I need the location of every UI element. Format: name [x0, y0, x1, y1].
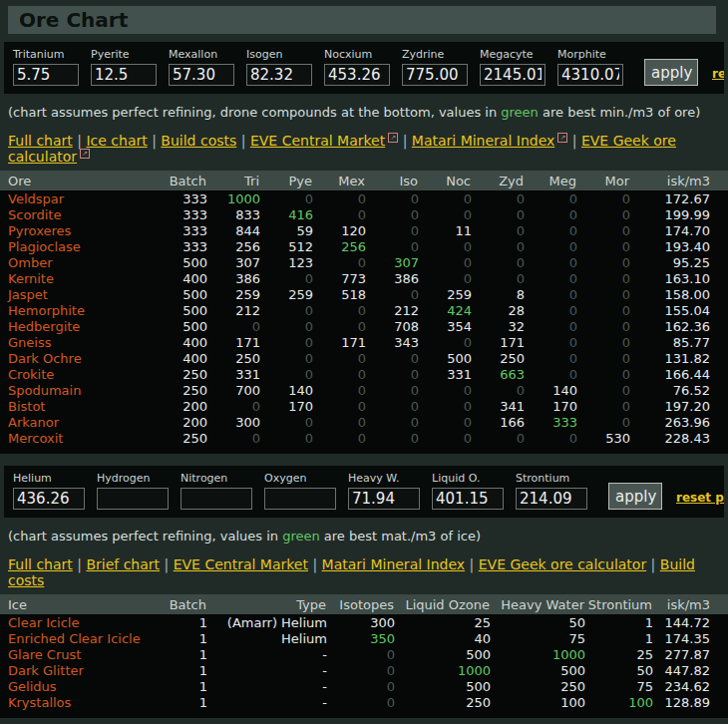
- material-value: 0: [577, 270, 630, 286]
- ice-name: Clear Icicle: [0, 614, 165, 630]
- isk-per-m3-value: 76.52: [630, 382, 728, 398]
- ice-row-glare-crust: Glare Crust1-0500100025277.87: [0, 646, 728, 662]
- ice-apply-button[interactable]: apply: [608, 483, 662, 510]
- ore-header-row: OreBatchTriPyeMexIsoNocZydMegMorisk/m3: [0, 171, 728, 190]
- ore-column-header-mex: Mex: [313, 171, 366, 190]
- ice-link-brief-chart[interactable]: Brief chart: [86, 556, 160, 572]
- ore-price-input-tritanium[interactable]: [13, 64, 79, 86]
- ice-column-header-strontium: Strontium: [585, 594, 653, 614]
- batch-value: 250: [152, 382, 207, 398]
- material-value: 0: [419, 270, 472, 286]
- link-separator: |: [465, 556, 479, 572]
- material-value: 0: [577, 286, 630, 302]
- ore-price-label-nocxium: Nocxium: [324, 48, 402, 61]
- ice-price-input-strontium[interactable]: [516, 488, 587, 510]
- ice-column-header-isotopes: Isotopes: [327, 594, 395, 614]
- ice-column-header-heavy-water: Heavy Water: [491, 594, 585, 614]
- material-value: 0: [366, 206, 419, 222]
- ice-price-panel: HeliumHydrogenNitrogenOxygenHeavy W.Liqu…: [4, 466, 724, 518]
- ice-column-header-liquid-ozone: Liquid Ozone: [395, 594, 491, 614]
- page-title: Ore Chart: [8, 6, 716, 34]
- material-value: 171: [313, 334, 366, 350]
- ore-column-header-ore: Ore: [0, 171, 152, 190]
- external-link-icon: ↗: [557, 133, 567, 143]
- ore-row-plagioclase: Plagioclase33325651225600000193.40: [0, 238, 728, 254]
- material-value: 40: [395, 630, 491, 646]
- ore-link-eve-central-market[interactable]: EVE Central Market: [250, 133, 385, 149]
- ice-price-field: Oxygen: [264, 472, 348, 510]
- ice-price-field: Heavy W.: [348, 472, 432, 510]
- ore-price-input-zydrine[interactable]: [402, 64, 468, 86]
- ice-price-input-liquid-o[interactable]: [432, 488, 504, 510]
- ice-column-header-type: Type: [207, 594, 327, 614]
- ice-row-krystallos: Krystallos1-0250100100128.89: [0, 694, 728, 710]
- ore-price-input-nocxium[interactable]: [324, 64, 390, 86]
- link-separator: |: [567, 133, 581, 149]
- material-value: 0: [577, 302, 630, 318]
- material-value: 0: [313, 254, 366, 270]
- ore-note-highlight: green: [501, 105, 539, 120]
- material-value: 250: [472, 350, 525, 366]
- ore-link-full-chart[interactable]: Full chart: [8, 133, 73, 149]
- ice-reset-price-link[interactable]: reset price: [676, 491, 724, 505]
- material-value: 0: [260, 350, 313, 366]
- ore-price-input-pyerite[interactable]: [91, 64, 157, 86]
- ice-link-matari-mineral-index[interactable]: Matari Mineral Index: [322, 556, 466, 572]
- ore-price-input-mexallon[interactable]: [169, 64, 234, 86]
- ore-apply-button[interactable]: apply: [644, 59, 698, 86]
- ore-row-jaspet: Jaspet5002592595180259800158.00: [0, 286, 728, 302]
- ore-price-input-morphite[interactable]: [557, 64, 623, 86]
- ice-price-input-oxygen[interactable]: [264, 488, 336, 510]
- ice-price-input-heavy-w[interactable]: [348, 488, 420, 510]
- material-value: 100: [491, 694, 585, 710]
- isk-per-m3-value: 277.87: [653, 646, 728, 662]
- ore-name: Dark Ochre: [0, 350, 152, 366]
- material-value: 0: [577, 318, 630, 334]
- ice-fields: HeliumHydrogenNitrogenOxygenHeavy W.Liqu…: [13, 472, 599, 510]
- ore-link-matari-mineral-index[interactable]: Matari Mineral Index: [412, 133, 555, 149]
- ice-link-eve-geek-ore-calculator[interactable]: EVE Geek ore calculator: [479, 556, 646, 572]
- ice-price-label-hydrogen: Hydrogen: [97, 472, 181, 485]
- ore-price-input-megacyte[interactable]: [480, 64, 546, 86]
- ice-price-label-heavy-w: Heavy W.: [348, 472, 432, 485]
- ore-column-header-tri: Tri: [207, 171, 260, 190]
- ore-column-header-pye: Pye: [260, 171, 313, 190]
- ore-link-ice-chart[interactable]: Ice chart: [86, 133, 147, 149]
- ice-header-row: IceBatchTypeIsotopesLiquid OzoneHeavy Wa…: [0, 594, 728, 614]
- isk-per-m3-value: 162.36: [630, 318, 728, 334]
- type-value: (Amarr) Helium: [207, 614, 327, 630]
- batch-value: 400: [152, 270, 207, 286]
- material-value: 0: [577, 334, 630, 350]
- ore-row-omber: Omber5003071230307000095.25: [0, 254, 728, 270]
- link-separator: |: [646, 556, 660, 572]
- material-value: 28: [472, 302, 525, 318]
- material-value: 0: [313, 350, 366, 366]
- material-value: 0: [577, 414, 630, 430]
- material-value: 0: [366, 398, 419, 414]
- ice-price-input-helium[interactable]: [13, 488, 85, 510]
- ice-column-header-isk-m3: isk/m3: [653, 594, 728, 614]
- link-separator: |: [73, 133, 87, 149]
- material-value: 0: [419, 398, 472, 414]
- ore-name: Bistot: [0, 398, 152, 414]
- ore-row-mercoxit: Mercoxit2500000000530228.43: [0, 430, 728, 446]
- isk-per-m3-value: 193.40: [630, 238, 728, 254]
- batch-value: 400: [152, 350, 207, 366]
- ice-price-input-hydrogen[interactable]: [97, 488, 169, 510]
- ice-row-dark-glitter: Dark Glitter1-0100050050447.82: [0, 662, 728, 678]
- ore-price-input-isogen[interactable]: [246, 64, 312, 86]
- ice-note-highlight: green: [282, 529, 320, 543]
- ice-link-eve-central-market[interactable]: EVE Central Market: [174, 556, 308, 572]
- ice-link-full-chart[interactable]: Full chart: [8, 556, 73, 572]
- batch-value: 250: [152, 430, 207, 446]
- material-value: 75: [491, 630, 585, 646]
- ore-reset-price-link[interactable]: reset price: [712, 67, 724, 81]
- material-value: 171: [207, 334, 260, 350]
- ice-row-clear-icicle: Clear Icicle1(Amarr) Helium30025501144.7…: [0, 614, 728, 630]
- ice-price-input-nitrogen[interactable]: [181, 488, 252, 510]
- material-value: 0: [260, 414, 313, 430]
- ore-link-build-costs[interactable]: Build costs: [161, 133, 236, 149]
- ore-table-wrap: OreBatchTriPyeMexIsoNocZydMegMorisk/m3 V…: [0, 171, 728, 454]
- type-value: -: [207, 662, 327, 678]
- type-value: -: [207, 694, 327, 710]
